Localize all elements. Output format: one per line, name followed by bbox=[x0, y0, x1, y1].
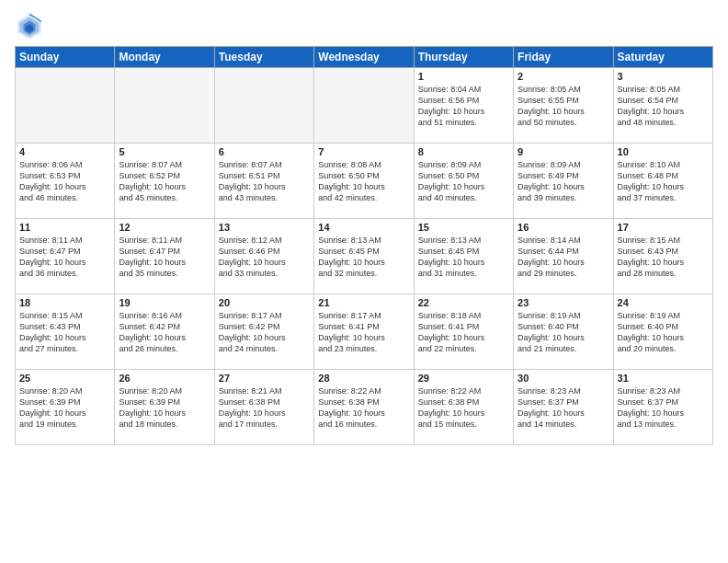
day-info: Sunrise: 8:15 AM Sunset: 6:43 PM Dayligh… bbox=[618, 235, 709, 280]
weekday-header-monday: Monday bbox=[115, 47, 214, 68]
day-number: 4 bbox=[19, 146, 110, 157]
day-number: 3 bbox=[618, 71, 709, 82]
calendar-cell: 1Sunrise: 8:04 AM Sunset: 6:56 PM Daylig… bbox=[414, 68, 513, 144]
day-number: 8 bbox=[418, 146, 509, 157]
day-number: 13 bbox=[219, 222, 310, 233]
calendar-cell: 13Sunrise: 8:12 AM Sunset: 6:46 PM Dayli… bbox=[214, 219, 313, 294]
calendar-cell: 5Sunrise: 8:07 AM Sunset: 6:52 PM Daylig… bbox=[115, 144, 214, 219]
calendar-cell: 16Sunrise: 8:14 AM Sunset: 6:44 PM Dayli… bbox=[514, 219, 613, 294]
day-info: Sunrise: 8:11 AM Sunset: 6:47 PM Dayligh… bbox=[19, 235, 110, 280]
day-info: Sunrise: 8:09 AM Sunset: 6:49 PM Dayligh… bbox=[518, 159, 609, 204]
day-info: Sunrise: 8:19 AM Sunset: 6:40 PM Dayligh… bbox=[618, 310, 709, 355]
day-number: 12 bbox=[119, 222, 210, 233]
day-info: Sunrise: 8:14 AM Sunset: 6:44 PM Dayligh… bbox=[518, 235, 609, 280]
day-number: 22 bbox=[418, 297, 509, 308]
calendar-cell: 23Sunrise: 8:19 AM Sunset: 6:40 PM Dayli… bbox=[514, 294, 613, 370]
weekday-header-thursday: Thursday bbox=[414, 47, 513, 68]
calendar-cell: 12Sunrise: 8:11 AM Sunset: 6:47 PM Dayli… bbox=[115, 219, 214, 294]
week-row-3: 11Sunrise: 8:11 AM Sunset: 6:47 PM Dayli… bbox=[16, 219, 713, 294]
day-info: Sunrise: 8:20 AM Sunset: 6:39 PM Dayligh… bbox=[119, 385, 210, 431]
calendar-cell: 8Sunrise: 8:09 AM Sunset: 6:50 PM Daylig… bbox=[414, 144, 513, 219]
day-number: 16 bbox=[518, 222, 609, 233]
day-info: Sunrise: 8:17 AM Sunset: 6:41 PM Dayligh… bbox=[318, 310, 409, 355]
day-info: Sunrise: 8:22 AM Sunset: 6:38 PM Dayligh… bbox=[318, 385, 409, 431]
day-info: Sunrise: 8:08 AM Sunset: 6:50 PM Dayligh… bbox=[318, 159, 409, 204]
day-info: Sunrise: 8:12 AM Sunset: 6:46 PM Dayligh… bbox=[219, 235, 310, 280]
week-row-1: 1Sunrise: 8:04 AM Sunset: 6:56 PM Daylig… bbox=[16, 68, 713, 144]
page: SundayMondayTuesdayWednesdayThursdayFrid… bbox=[0, 0, 728, 563]
day-info: Sunrise: 8:10 AM Sunset: 6:48 PM Dayligh… bbox=[618, 159, 709, 204]
day-number: 7 bbox=[318, 146, 409, 157]
calendar-cell: 2Sunrise: 8:05 AM Sunset: 6:55 PM Daylig… bbox=[514, 68, 613, 144]
calendar-cell: 17Sunrise: 8:15 AM Sunset: 6:43 PM Dayli… bbox=[613, 219, 712, 294]
day-number: 31 bbox=[618, 373, 709, 384]
calendar-cell: 15Sunrise: 8:13 AM Sunset: 6:45 PM Dayli… bbox=[414, 219, 513, 294]
day-info: Sunrise: 8:20 AM Sunset: 6:39 PM Dayligh… bbox=[19, 385, 110, 431]
day-info: Sunrise: 8:07 AM Sunset: 6:52 PM Dayligh… bbox=[119, 159, 210, 204]
weekday-header-sunday: Sunday bbox=[16, 47, 115, 68]
calendar-cell bbox=[214, 68, 313, 144]
calendar-cell: 31Sunrise: 8:23 AM Sunset: 6:37 PM Dayli… bbox=[613, 370, 712, 445]
calendar-cell: 14Sunrise: 8:13 AM Sunset: 6:45 PM Dayli… bbox=[314, 219, 414, 294]
day-info: Sunrise: 8:13 AM Sunset: 6:45 PM Dayligh… bbox=[418, 235, 509, 280]
day-info: Sunrise: 8:16 AM Sunset: 6:42 PM Dayligh… bbox=[119, 310, 210, 355]
day-number: 19 bbox=[119, 297, 210, 308]
day-number: 17 bbox=[618, 222, 709, 233]
calendar-cell bbox=[314, 68, 414, 144]
day-number: 11 bbox=[19, 222, 110, 233]
calendar-cell: 11Sunrise: 8:11 AM Sunset: 6:47 PM Dayli… bbox=[16, 219, 115, 294]
day-info: Sunrise: 8:05 AM Sunset: 6:55 PM Dayligh… bbox=[518, 84, 609, 129]
day-number: 24 bbox=[618, 297, 709, 308]
logo-icon bbox=[15, 11, 44, 40]
week-row-4: 18Sunrise: 8:15 AM Sunset: 6:43 PM Dayli… bbox=[16, 294, 713, 370]
week-row-5: 25Sunrise: 8:20 AM Sunset: 6:39 PM Dayli… bbox=[16, 370, 713, 445]
weekday-header-friday: Friday bbox=[514, 47, 613, 68]
week-row-2: 4Sunrise: 8:06 AM Sunset: 6:53 PM Daylig… bbox=[16, 144, 713, 219]
calendar-cell: 29Sunrise: 8:22 AM Sunset: 6:38 PM Dayli… bbox=[414, 370, 513, 445]
day-number: 21 bbox=[318, 297, 409, 308]
calendar-cell: 19Sunrise: 8:16 AM Sunset: 6:42 PM Dayli… bbox=[115, 294, 214, 370]
calendar-cell bbox=[16, 68, 115, 144]
day-number: 28 bbox=[318, 373, 409, 384]
day-number: 23 bbox=[518, 297, 609, 308]
weekday-header-saturday: Saturday bbox=[613, 47, 712, 68]
day-number: 18 bbox=[19, 297, 110, 308]
day-number: 2 bbox=[518, 71, 609, 82]
calendar-cell: 3Sunrise: 8:05 AM Sunset: 6:54 PM Daylig… bbox=[613, 68, 712, 144]
calendar-cell: 22Sunrise: 8:18 AM Sunset: 6:41 PM Dayli… bbox=[414, 294, 513, 370]
calendar-cell: 28Sunrise: 8:22 AM Sunset: 6:38 PM Dayli… bbox=[314, 370, 414, 445]
calendar-cell: 20Sunrise: 8:17 AM Sunset: 6:42 PM Dayli… bbox=[214, 294, 313, 370]
calendar-cell: 4Sunrise: 8:06 AM Sunset: 6:53 PM Daylig… bbox=[16, 144, 115, 219]
day-info: Sunrise: 8:18 AM Sunset: 6:41 PM Dayligh… bbox=[418, 310, 509, 355]
calendar-cell: 27Sunrise: 8:21 AM Sunset: 6:38 PM Dayli… bbox=[214, 370, 313, 445]
day-number: 20 bbox=[219, 297, 310, 308]
day-info: Sunrise: 8:23 AM Sunset: 6:37 PM Dayligh… bbox=[518, 385, 609, 431]
day-number: 5 bbox=[119, 146, 210, 157]
day-info: Sunrise: 8:07 AM Sunset: 6:51 PM Dayligh… bbox=[219, 159, 310, 204]
calendar-cell bbox=[115, 68, 214, 144]
day-number: 10 bbox=[618, 146, 709, 157]
day-info: Sunrise: 8:06 AM Sunset: 6:53 PM Dayligh… bbox=[19, 159, 110, 204]
day-info: Sunrise: 8:21 AM Sunset: 6:38 PM Dayligh… bbox=[219, 385, 310, 431]
day-number: 15 bbox=[418, 222, 509, 233]
day-info: Sunrise: 8:09 AM Sunset: 6:50 PM Dayligh… bbox=[418, 159, 509, 204]
day-number: 29 bbox=[418, 373, 509, 384]
calendar-cell: 9Sunrise: 8:09 AM Sunset: 6:49 PM Daylig… bbox=[514, 144, 613, 219]
day-number: 30 bbox=[518, 373, 609, 384]
calendar-cell: 10Sunrise: 8:10 AM Sunset: 6:48 PM Dayli… bbox=[613, 144, 712, 219]
day-info: Sunrise: 8:23 AM Sunset: 6:37 PM Dayligh… bbox=[618, 385, 709, 431]
calendar-cell: 26Sunrise: 8:20 AM Sunset: 6:39 PM Dayli… bbox=[115, 370, 214, 445]
calendar-cell: 24Sunrise: 8:19 AM Sunset: 6:40 PM Dayli… bbox=[613, 294, 712, 370]
day-info: Sunrise: 8:15 AM Sunset: 6:43 PM Dayligh… bbox=[19, 310, 110, 355]
calendar-cell: 18Sunrise: 8:15 AM Sunset: 6:43 PM Dayli… bbox=[16, 294, 115, 370]
day-number: 6 bbox=[219, 146, 310, 157]
calendar-cell: 7Sunrise: 8:08 AM Sunset: 6:50 PM Daylig… bbox=[314, 144, 414, 219]
day-number: 26 bbox=[119, 373, 210, 384]
calendar-table: SundayMondayTuesdayWednesdayThursdayFrid… bbox=[15, 46, 713, 445]
weekday-header-wednesday: Wednesday bbox=[314, 47, 414, 68]
day-number: 25 bbox=[19, 373, 110, 384]
day-info: Sunrise: 8:17 AM Sunset: 6:42 PM Dayligh… bbox=[219, 310, 310, 355]
weekday-header-tuesday: Tuesday bbox=[214, 47, 313, 68]
calendar-cell: 21Sunrise: 8:17 AM Sunset: 6:41 PM Dayli… bbox=[314, 294, 414, 370]
day-number: 9 bbox=[518, 146, 609, 157]
